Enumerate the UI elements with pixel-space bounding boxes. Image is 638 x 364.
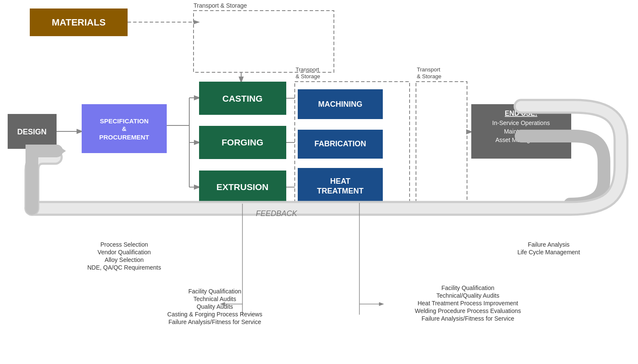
fabrication-label: FABRICATION	[314, 139, 366, 148]
spec-notes-3: Alloy Selection	[105, 256, 144, 263]
mach-notes-3: Heat Treatment Process Improvement	[418, 300, 518, 307]
transport-right-box	[416, 82, 467, 207]
heat-treatment-label2: TREATMENT	[317, 187, 364, 195]
enduse-notes-1: Failure Analysis	[528, 241, 570, 248]
cast-notes-1: Facility Qualification	[188, 288, 242, 295]
transport-right-label2: & Storage	[417, 73, 441, 80]
spec-notes-4: NDE, QA/QC Requirements	[87, 264, 161, 271]
cast-notes-5: Failure Analysis/Fitness for Service	[168, 318, 261, 325]
cast-notes-2: Technical Audits	[194, 296, 236, 302]
mach-notes-5: Failure Analysis/Fitness for Service	[422, 315, 514, 322]
spec-label2: &	[122, 125, 127, 132]
feedback-label: FEEDBACK	[256, 209, 297, 218]
transport-mid-label2: & Storage	[296, 73, 320, 80]
enduse-notes-2: Life Cycle Management	[517, 249, 580, 256]
mach-notes-1: Facility Qualification	[441, 284, 495, 291]
extrusion-label: EXTRUSION	[216, 182, 269, 192]
spec-label1: SPECIFICATION	[100, 117, 149, 125]
transport-right-label: Transport	[417, 66, 441, 73]
mach-notes-4: Welding Procedure Process Evaluations	[415, 307, 521, 314]
heat-treatment-label1: HEAT	[330, 177, 350, 185]
forging-label: FORGING	[222, 137, 263, 147]
cast-notes-4: Casting & Forging Process Reviews	[167, 311, 262, 318]
transport-mid-label: Transport	[296, 66, 319, 73]
machining-label: MACHINING	[318, 100, 362, 108]
spec-notes-2: Vendor Qualification	[97, 249, 151, 256]
spec-notes-1: Process Selection	[100, 241, 148, 248]
arrow-materials-dashed	[194, 20, 200, 24]
design-label: DESIGN	[17, 128, 46, 136]
materials-label: MATERIALS	[52, 17, 106, 28]
end-use-sub1: In-Service Operations	[492, 119, 550, 126]
casting-label: CASTING	[222, 94, 263, 103]
spec-label3: PROCUREMENT	[99, 134, 149, 141]
transport-storage-top-label: Transport & Storage	[194, 2, 247, 9]
diagram: MATERIALS Transport & Storage DESIGN SPE…	[0, 0, 638, 364]
mach-notes-2: Technical/Quality Audits	[436, 292, 499, 299]
cast-notes-3: Quality Audits	[197, 303, 233, 310]
heat-treatment-box	[298, 168, 383, 203]
transport-storage-top-box	[194, 11, 334, 72]
